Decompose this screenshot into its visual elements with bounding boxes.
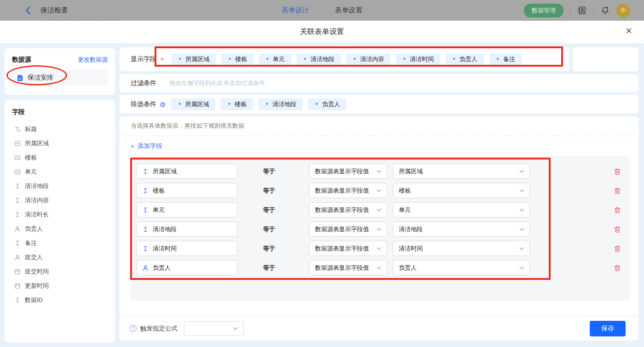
- rule-value-select[interactable]: 清洁地段: [393, 222, 530, 237]
- display-field-tag[interactable]: ▼清洁时间: [396, 53, 440, 65]
- datasource-item[interactable]: 保洁安排: [12, 70, 108, 85]
- chevron-down-icon: [377, 209, 381, 211]
- rule-value-select[interactable]: 所属区域: [393, 164, 530, 179]
- field-item[interactable]: 清洁时长: [12, 207, 108, 222]
- rule-source-select[interactable]: 数据源表显示字段值: [309, 241, 387, 256]
- field-item[interactable]: 标题: [12, 122, 108, 136]
- rule-value-select[interactable]: 单元: [393, 202, 530, 217]
- modal-header: 关联表单设置 ×: [0, 21, 644, 44]
- add-display-field-button[interactable]: +: [160, 55, 164, 63]
- sift-field-tag[interactable]: ▼所属区域: [171, 98, 215, 110]
- sift-field-tag[interactable]: ▼清洁地段: [259, 98, 303, 110]
- rule-operator: 等于: [263, 264, 276, 272]
- display-field-tag[interactable]: ▼备注: [489, 53, 522, 65]
- rule-field-box[interactable]: 清洁时间: [136, 241, 237, 256]
- field-item-label: 楼栋: [25, 154, 37, 162]
- field-item[interactable]: 清洁地段: [12, 179, 108, 193]
- rule-field-box[interactable]: 清洁地段: [136, 222, 237, 237]
- sift-field-tag[interactable]: ▼楼栋: [221, 98, 253, 110]
- delete-rule-icon[interactable]: [614, 245, 621, 252]
- field-item[interactable]: 负责人: [12, 222, 108, 236]
- rule-value-select[interactable]: 清洁时间: [393, 241, 530, 256]
- rule-source-value: 数据源表显示字段值: [315, 225, 369, 233]
- field-item-label: 数据ID: [25, 296, 43, 304]
- rule-row: 所属区域 等于 数据源表显示字段值 所属区域: [133, 164, 621, 179]
- datasource-card: 数据源 更改数据源 保洁安排: [5, 48, 115, 95]
- topbar-tabs: 表单设计 表单设置: [0, 0, 644, 21]
- display-field-tag[interactable]: ▼清洁地段: [297, 53, 341, 65]
- rule-field-box[interactable]: 楼栋: [136, 183, 237, 198]
- formula-select[interactable]: [184, 321, 244, 336]
- add-field-button[interactable]: + 添加字段: [120, 136, 638, 156]
- rule-source-select[interactable]: 数据源表显示字段值: [309, 164, 387, 179]
- field-item[interactable]: 数据ID: [12, 293, 108, 307]
- rule-field-box[interactable]: 负责人: [136, 260, 237, 275]
- rule-source-select[interactable]: 数据源表显示字段值: [309, 260, 387, 275]
- sift-label: 筛选条件: [131, 100, 156, 108]
- rule-value-select[interactable]: 负责人: [393, 260, 530, 275]
- close-icon[interactable]: ×: [626, 24, 632, 37]
- sift-field-tag[interactable]: ▼负责人: [308, 98, 346, 110]
- rule-field-label: 所属区域: [153, 167, 177, 176]
- rule-source-select[interactable]: 数据源表显示字段值: [309, 222, 387, 237]
- change-datasource-link[interactable]: 更改数据源: [78, 56, 108, 64]
- field-item[interactable]: 更新时间: [12, 279, 108, 293]
- delete-rule-icon[interactable]: [614, 187, 621, 194]
- calendar-icon: [14, 268, 21, 275]
- text-icon: [142, 207, 149, 213]
- rule-field-label: 单元: [153, 206, 165, 214]
- display-field-tag[interactable]: ▼清洁内容: [346, 53, 391, 65]
- rule-field-box[interactable]: 单元: [136, 202, 237, 217]
- rules-panel: 所属区域 等于 数据源表显示字段值 所属区域 楼栋 等于 数据源表显示字段值 楼…: [131, 156, 629, 301]
- display-field-tag[interactable]: ▼负责人: [446, 53, 484, 65]
- display-field-tag[interactable]: ▼楼栋: [221, 53, 253, 65]
- tag-label: 清洁地段: [310, 55, 334, 63]
- filter-dropzone[interactable]: 拖动左侧字段到此处来添加过滤条件: [169, 79, 265, 87]
- rule-source-value: 数据源表显示字段值: [315, 245, 369, 253]
- formula-label: 触发指定公式: [140, 324, 178, 333]
- field-item[interactable]: 提交时间: [12, 264, 108, 279]
- field-item[interactable]: 提交人: [12, 250, 108, 264]
- rules-footer: ? 触发指定公式 保存: [120, 316, 638, 341]
- tab-form-settings[interactable]: 表单设置: [335, 6, 362, 15]
- fields-card: 字段 标题 所属区域 楼栋 单元 清洁地段 清洁内容 清洁时长 负责人 备注 提…: [5, 100, 115, 342]
- tab-form-design[interactable]: 表单设计: [282, 6, 309, 15]
- rule-source-value: 数据源表显示字段值: [315, 187, 369, 195]
- display-field-tag[interactable]: ▼所属区域: [172, 53, 216, 65]
- chevron-down-icon: ▼: [303, 57, 307, 61]
- modal-title: 关联表单设置: [300, 27, 344, 37]
- chevron-down-icon: ▼: [265, 102, 269, 106]
- document-icon: [17, 74, 23, 81]
- save-button[interactable]: 保存: [590, 321, 626, 336]
- display-field-tag[interactable]: ▼单元: [259, 53, 291, 65]
- chevron-down-icon: ▼: [315, 102, 318, 106]
- field-item[interactable]: 单元: [12, 165, 108, 179]
- field-item[interactable]: 清洁内容: [12, 193, 108, 207]
- rule-field-box[interactable]: 所属区域: [136, 164, 237, 179]
- rule-value-select[interactable]: 楼栋: [393, 183, 530, 198]
- rule-source-select[interactable]: 数据源表显示字段值: [309, 183, 387, 198]
- datasource-title: 数据源: [12, 56, 31, 64]
- text-icon: [142, 188, 149, 194]
- help-icon[interactable]: ?: [130, 325, 137, 332]
- delete-rule-icon[interactable]: [614, 168, 621, 175]
- chevron-down-icon: [519, 209, 524, 211]
- rule-source-value: 数据源表显示字段值: [315, 167, 369, 176]
- rule-row: 单元 等于 数据源表显示字段值 单元: [133, 202, 621, 217]
- rule-source-select[interactable]: 数据源表显示字段值: [309, 202, 387, 217]
- delete-rule-icon[interactable]: [614, 226, 621, 233]
- field-item[interactable]: 所属区域: [12, 136, 108, 150]
- chevron-down-icon: [519, 247, 524, 250]
- chevron-down-icon: [519, 228, 524, 231]
- field-item-label: 更新时间: [25, 282, 49, 290]
- rule-source-value: 数据源表显示字段值: [315, 264, 369, 272]
- field-item[interactable]: 楼栋: [12, 150, 108, 165]
- field-item-label: 清洁内容: [25, 196, 49, 205]
- gear-icon[interactable]: ⚙: [160, 101, 166, 108]
- field-item[interactable]: 备注: [12, 236, 108, 250]
- field-item-label: 标题: [25, 125, 37, 133]
- add-field-label: 添加字段: [138, 142, 162, 150]
- delete-rule-icon[interactable]: [614, 206, 621, 214]
- delete-rule-icon[interactable]: [614, 264, 621, 272]
- chevron-down-icon: ▼: [402, 57, 406, 61]
